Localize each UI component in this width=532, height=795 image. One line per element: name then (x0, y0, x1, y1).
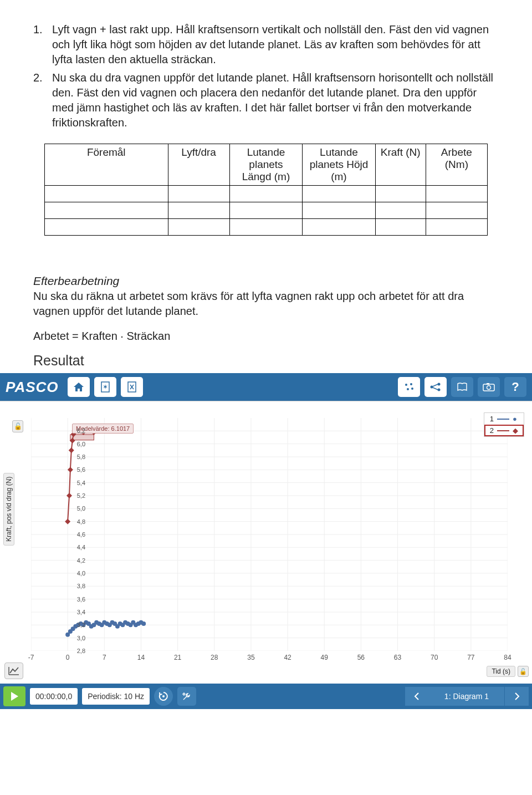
book-icon (457, 383, 468, 391)
table-cell[interactable] (168, 186, 229, 202)
y-tick-label: 3,8 (77, 583, 85, 589)
y-tick-label: 5,8 (77, 453, 85, 460)
svg-point-11 (487, 386, 491, 390)
table-cell[interactable] (426, 186, 487, 202)
chevron-right-icon (513, 692, 521, 700)
table-cell[interactable] (45, 202, 168, 219)
table-cell[interactable] (45, 186, 168, 202)
home-button[interactable] (68, 377, 90, 397)
table-row (45, 186, 488, 202)
svg-point-8 (438, 383, 441, 386)
legend-dot-icon: ● (513, 415, 517, 423)
y-tick-label: 3,4 (77, 609, 85, 615)
svg-point-76 (162, 695, 165, 697)
table-row (45, 202, 488, 219)
chart-plot[interactable] (31, 418, 508, 651)
table-header: Lutande planets Längd (m) (229, 144, 302, 186)
share-icon (429, 382, 442, 392)
refresh-button[interactable] (154, 687, 173, 706)
sample-rate-field[interactable]: Periodisk: 10 Hz (82, 688, 150, 705)
table-cell[interactable] (168, 219, 229, 236)
x-tick-label: 35 (247, 654, 254, 661)
table-cell[interactable] (229, 202, 302, 219)
legend-item-1[interactable]: 1 ● (484, 413, 524, 425)
elapsed-time-field[interactable]: 00:00:00,0 (30, 688, 78, 705)
table-cell[interactable] (426, 202, 487, 219)
help-button[interactable]: ? (504, 377, 526, 397)
y-tick-label: 4,6 (77, 531, 85, 538)
legend-label-2: 2 (490, 426, 494, 435)
table-cell[interactable] (303, 186, 375, 202)
dice-button[interactable] (398, 377, 420, 397)
question-icon: ? (511, 380, 519, 394)
chart-area[interactable]: 🔓 Kraft, pos vid drag (N) Medelvärde: 6.… (0, 401, 532, 684)
data-table: FöremålLyft/draLutande planets Längd (m)… (44, 144, 488, 236)
table-header: Arbete (Nm) (426, 144, 487, 186)
table-cell[interactable] (303, 202, 375, 219)
play-icon (10, 691, 19, 701)
table-header: Kraft (N) (375, 144, 426, 186)
table-cell[interactable] (303, 219, 375, 236)
y-tick-label: 5,6 (77, 466, 85, 473)
table-cell[interactable] (375, 219, 426, 236)
table-cell[interactable] (375, 202, 426, 219)
svg-text:✶: ✶ (103, 383, 108, 391)
x-tick-label: 77 (467, 654, 474, 661)
table-row (45, 219, 488, 236)
legend-item-2[interactable]: 2 ◆ (484, 425, 524, 436)
wrench-icon (182, 691, 192, 701)
pasco-logo: PASCO (6, 379, 59, 396)
svg-point-3 (405, 384, 407, 386)
y-tick-label: 5,4 (77, 480, 85, 486)
table-cell[interactable] (375, 186, 426, 202)
y-lock-button[interactable]: 🔓 (12, 420, 23, 432)
table-cell[interactable] (229, 186, 302, 202)
svg-rect-75 (70, 435, 94, 440)
table-cell[interactable] (45, 219, 168, 236)
pasco-app: PASCO ✶ ? 🔓 Kraft, pos vid drag (N) (0, 373, 532, 709)
y-axis-label[interactable]: Kraft, pos vid drag (N) (3, 473, 14, 546)
table-cell[interactable] (229, 219, 302, 236)
chart-tools-button[interactable] (4, 662, 23, 679)
x-tick-label: 84 (504, 654, 511, 661)
x-tick-label: -7 (28, 654, 34, 661)
y-tick-label: 5,0 (77, 505, 85, 512)
svg-point-5 (407, 388, 409, 390)
y-tick-label: 3,6 (77, 596, 85, 603)
book-button[interactable] (451, 377, 473, 397)
table-header: Föremål (45, 144, 168, 186)
x-tick-label: 14 (137, 654, 145, 661)
result-heading: Resultat (33, 353, 499, 369)
chart-legend[interactable]: 1 ● 2 ◆ (484, 412, 524, 437)
svg-point-6 (411, 388, 413, 390)
x-lock-button[interactable]: 🔓 (518, 666, 529, 677)
x-axis-label[interactable]: Tid (s) (487, 666, 515, 677)
x-tick-label: 42 (284, 654, 291, 661)
next-page-button[interactable] (504, 687, 529, 706)
y-tick-label: 4,8 (77, 518, 85, 525)
x-tick-label: 70 (431, 654, 438, 661)
instruction-item: 1.Lyft vagn + last rakt upp. Håll krafts… (33, 22, 499, 67)
new-page-button[interactable]: ✶ (94, 377, 116, 397)
list-text: Lyft vagn + last rakt upp. Håll kraftsen… (52, 22, 499, 67)
table-cell[interactable] (426, 219, 487, 236)
line-chart-icon (8, 666, 19, 675)
prev-page-button[interactable] (405, 687, 429, 706)
x-tick-label: 21 (174, 654, 181, 661)
y-tick-label: 4,4 (77, 544, 85, 551)
table-cell[interactable] (168, 202, 229, 219)
camera-button[interactable] (478, 377, 500, 397)
delete-page-button[interactable] (121, 377, 143, 397)
legend-marker-2 (497, 430, 509, 431)
svg-rect-12 (487, 383, 489, 385)
page-indicator[interactable]: 1: Diagram 1 (429, 687, 504, 706)
share-button[interactable] (424, 377, 447, 397)
x-tick-label: 56 (357, 654, 365, 661)
record-button[interactable] (3, 686, 25, 706)
svg-point-74 (141, 621, 146, 626)
work-formula: Arbetet = Kraften · Sträckan (33, 330, 499, 343)
y-tick-label: 6,2 (77, 427, 85, 434)
y-tick-label: 3,0 (77, 635, 85, 641)
tools-button[interactable] (177, 687, 196, 706)
list-number: 1. (33, 22, 52, 67)
